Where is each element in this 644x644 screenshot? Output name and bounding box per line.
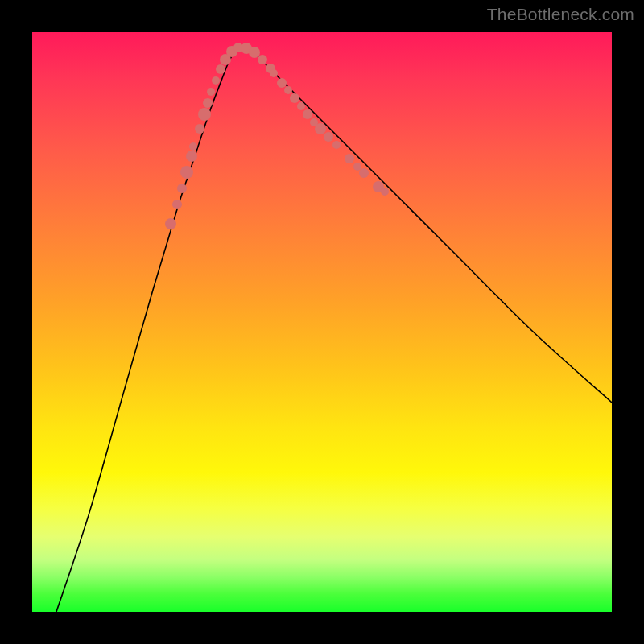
chart-frame: TheBottleneck.com: [0, 0, 644, 644]
chart-svg: [32, 32, 612, 612]
scatter-point: [315, 123, 326, 134]
scatter-point: [207, 88, 215, 96]
scatter-point: [258, 55, 267, 64]
scatter-point: [186, 151, 197, 162]
scatter-point: [290, 93, 299, 103]
bottleneck-curve: [56, 47, 612, 612]
scatter-point: [198, 108, 211, 121]
scatter-point: [381, 188, 389, 196]
scatter-point: [172, 200, 182, 209]
scatter-point: [303, 109, 312, 119]
scatter-point: [216, 64, 225, 74]
plot-area: [32, 32, 612, 612]
highlighted-points: [165, 43, 389, 229]
scatter-point: [177, 184, 187, 193]
scatter-point: [353, 163, 361, 171]
scatter-point: [270, 69, 278, 77]
scatter-point: [180, 166, 193, 179]
scatter-point: [345, 154, 354, 163]
scatter-point: [359, 168, 369, 178]
scatter-point: [165, 218, 176, 229]
scatter-point: [195, 124, 204, 134]
scatter-point: [297, 102, 305, 110]
scatter-point: [277, 78, 287, 88]
scatter-point: [324, 132, 333, 142]
scatter-point: [284, 86, 292, 94]
scatter-point: [212, 76, 220, 85]
watermark-label: TheBottleneck.com: [487, 5, 634, 24]
scatter-point: [189, 142, 197, 151]
scatter-point: [249, 47, 260, 58]
scatter-point: [203, 98, 213, 108]
scatter-point: [332, 141, 341, 149]
